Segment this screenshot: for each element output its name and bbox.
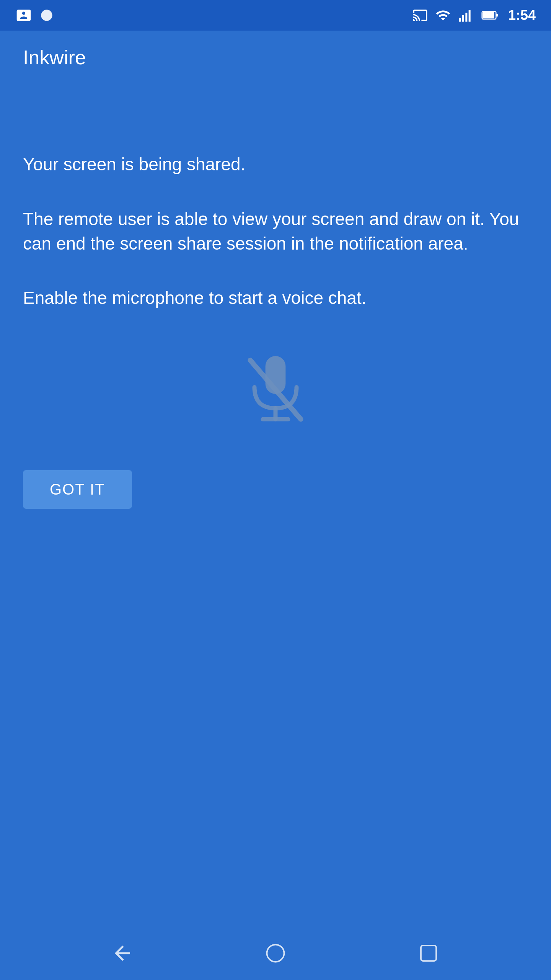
back-button[interactable] [111, 942, 134, 965]
recents-button[interactable] [417, 942, 440, 965]
status-time: 1:54 [508, 7, 536, 23]
svg-rect-6 [496, 14, 498, 17]
contacts-icon [15, 7, 32, 24]
screen-shared-text: Your screen is being shared. [23, 153, 528, 176]
svg-rect-2 [462, 15, 464, 22]
home-button[interactable] [264, 942, 287, 965]
cast-icon [412, 8, 428, 23]
svg-point-0 [41, 10, 52, 21]
svg-point-12 [267, 945, 284, 962]
microphone-muted-icon [233, 348, 318, 432]
app-title: Inkwire [23, 46, 528, 69]
svg-rect-7 [483, 12, 494, 19]
signal-icon [458, 8, 474, 23]
status-bar: 1:54 [0, 0, 551, 31]
got-it-button[interactable]: GOT IT [23, 470, 132, 509]
record-icon [38, 7, 55, 24]
battery-icon [481, 8, 500, 23]
svg-rect-13 [421, 946, 436, 961]
main-content: Your screen is being shared. The remote … [0, 77, 551, 532]
status-bar-right: 1:54 [412, 7, 536, 23]
app-header: Inkwire [0, 31, 551, 77]
svg-rect-4 [469, 10, 471, 22]
status-bar-left [15, 7, 55, 24]
mic-icon-container [23, 348, 528, 432]
nav-bar [0, 926, 551, 980]
svg-rect-3 [465, 13, 467, 21]
wifi-icon [435, 8, 451, 23]
description-text: The remote user is able to view your scr… [23, 207, 528, 256]
microphone-enable-text: Enable the microphone to start a voice c… [23, 287, 528, 310]
svg-rect-1 [459, 18, 461, 22]
